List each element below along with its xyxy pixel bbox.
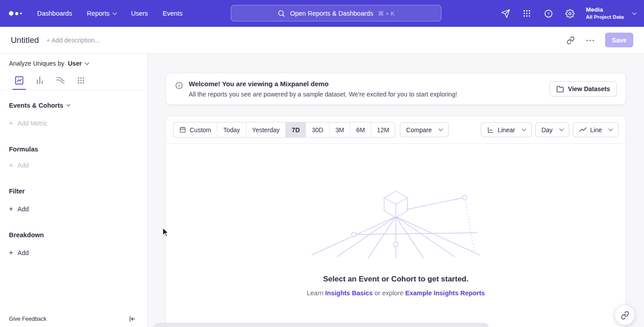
analyze-entity-dropdown[interactable]: User bbox=[68, 60, 89, 67]
linear-axis-icon bbox=[487, 126, 494, 134]
add-formula-label: Add bbox=[17, 162, 29, 169]
plus-icon: + bbox=[9, 162, 13, 169]
ellipsis-glyph: ⋯ bbox=[586, 36, 595, 45]
filter-label: Filter bbox=[9, 188, 25, 195]
empty-state-title: Select an Event or Cohort to get started… bbox=[323, 275, 469, 284]
chevron-down-icon bbox=[438, 127, 443, 131]
nav-events[interactable]: Events bbox=[163, 10, 182, 17]
analyze-entity-value: User bbox=[68, 60, 82, 67]
compare-dropdown[interactable]: Compare bbox=[400, 122, 449, 137]
line-chart-icon bbox=[14, 75, 24, 85]
bottom-drawer-edge[interactable] bbox=[154, 323, 488, 327]
learn-prefix: Learn bbox=[307, 289, 323, 297]
add-filter-button[interactable]: + Add bbox=[0, 205, 38, 213]
range-3m[interactable]: 3M bbox=[329, 122, 350, 137]
main-content: Welcome! You are viewing a Mixpanel demo… bbox=[148, 54, 644, 327]
range-7d[interactable]: 7D bbox=[285, 122, 305, 137]
report-header: Untitled + Add description... ⋯ Save bbox=[0, 27, 644, 54]
project-selector[interactable]: Media All Project Data bbox=[586, 6, 636, 20]
view-datasets-label: View Datasets bbox=[568, 85, 610, 92]
project-info: Media All Project Data bbox=[586, 6, 624, 20]
viz-tab-sankey[interactable] bbox=[54, 71, 67, 90]
middle-text: or explore bbox=[374, 289, 403, 297]
more-options-icon[interactable]: ⋯ bbox=[584, 34, 597, 47]
chevron-down-icon bbox=[113, 10, 117, 15]
apps-grid-icon[interactable] bbox=[521, 8, 532, 19]
search-placeholder: Open Reports & Dashboards bbox=[290, 10, 373, 17]
top-nav: Dashboards Reports Users Events Open Rep… bbox=[0, 0, 644, 27]
send-icon[interactable] bbox=[500, 8, 511, 19]
events-cohorts-label: Events & Cohorts bbox=[9, 102, 64, 109]
help-icon[interactable]: ? bbox=[543, 8, 554, 19]
give-feedback-link[interactable]: Give Feedback bbox=[9, 316, 47, 322]
primary-nav: Dashboards Reports Users Events bbox=[37, 10, 182, 17]
formulas-section-header: Formulas bbox=[0, 146, 147, 153]
add-metric-button[interactable]: + Add Metric bbox=[0, 120, 56, 127]
folder-icon bbox=[556, 85, 564, 93]
chevron-down-icon bbox=[85, 60, 89, 65]
breakdown-label: Breakdown bbox=[9, 231, 44, 239]
view-datasets-button[interactable]: View Datasets bbox=[550, 81, 617, 96]
range-12m[interactable]: 12M bbox=[371, 122, 395, 137]
range-custom[interactable]: Custom bbox=[174, 122, 217, 137]
chart-display-controls: Linear Day Line bbox=[481, 122, 619, 137]
range-today[interactable]: Today bbox=[217, 122, 246, 137]
collapse-sidebar-icon[interactable] bbox=[128, 315, 136, 323]
project-scope: All Project Data bbox=[586, 14, 624, 20]
line-chart-type-icon bbox=[579, 126, 587, 134]
nav-reports[interactable]: Reports bbox=[87, 10, 116, 17]
report-description-placeholder[interactable]: + Add description... bbox=[47, 37, 100, 44]
report-title[interactable]: Untitled bbox=[11, 35, 39, 45]
dot-grid-icon bbox=[76, 75, 86, 85]
search-shortcut: ⌘ + K bbox=[378, 10, 395, 17]
chart-toolbar: Custom Today Yesterday 7D 30D 3M 6M 12M … bbox=[166, 116, 626, 144]
bar-chart-icon bbox=[35, 75, 45, 85]
range-custom-label: Custom bbox=[190, 126, 211, 134]
interval-dropdown[interactable]: Day bbox=[535, 122, 569, 137]
project-name: Media bbox=[586, 6, 624, 14]
settings-gear-icon[interactable] bbox=[564, 8, 575, 19]
chart-type-dropdown[interactable]: Line bbox=[573, 122, 619, 137]
add-metric-label: Add Metric bbox=[17, 120, 47, 127]
range-yesterday[interactable]: Yesterday bbox=[246, 122, 286, 137]
visualization-tabs bbox=[0, 71, 147, 90]
sankey-icon bbox=[55, 75, 65, 85]
chevron-down-icon bbox=[559, 127, 564, 131]
viz-tab-scatter[interactable] bbox=[74, 71, 88, 90]
global-search[interactable]: Open Reports & Dashboards ⌘ + K bbox=[231, 5, 441, 21]
viz-tab-line-chart[interactable] bbox=[13, 71, 26, 90]
analyze-uniques-row: Analyze Uniques by User bbox=[0, 54, 147, 71]
range-6m[interactable]: 6M bbox=[350, 122, 370, 137]
insights-basics-link[interactable]: Insights Basics bbox=[325, 289, 373, 297]
events-cohorts-section-header[interactable]: Events & Cohorts bbox=[0, 102, 147, 109]
scale-dropdown[interactable]: Linear bbox=[481, 122, 532, 137]
add-breakdown-button[interactable]: + Add bbox=[0, 249, 38, 256]
sidebar-footer: Give Feedback bbox=[0, 310, 147, 327]
plus-icon: + bbox=[9, 120, 13, 127]
topnav-right-cluster: ? Media All Project Data bbox=[500, 0, 636, 27]
nav-reports-label: Reports bbox=[87, 10, 110, 17]
plus-icon: + bbox=[9, 205, 13, 213]
banner-text: Welcome! You are viewing a Mixpanel demo… bbox=[189, 80, 457, 98]
example-insights-reports-link[interactable]: Example Insights Reports bbox=[405, 289, 485, 297]
add-filter-label: Add bbox=[17, 205, 29, 213]
svg-text:?: ? bbox=[547, 11, 549, 16]
info-icon bbox=[175, 81, 183, 90]
analyze-uniques-label: Analyze Uniques by bbox=[9, 60, 64, 67]
range-30d[interactable]: 30D bbox=[305, 122, 329, 137]
nav-users[interactable]: Users bbox=[131, 10, 148, 17]
viz-tab-bar-chart[interactable] bbox=[33, 71, 47, 90]
copy-link-icon[interactable] bbox=[564, 34, 577, 47]
link-icon bbox=[621, 311, 629, 319]
chevron-down-icon bbox=[609, 127, 613, 131]
mixpanel-logo[interactable] bbox=[9, 11, 22, 16]
logo-dot bbox=[9, 11, 13, 16]
empty-state-subtext: Learn Insights Basics or explore Example… bbox=[307, 289, 485, 297]
save-button[interactable]: Save bbox=[605, 33, 633, 47]
share-link-fab[interactable] bbox=[614, 305, 635, 325]
filter-section-header: Filter bbox=[0, 188, 147, 195]
add-formula-button[interactable]: + Add bbox=[0, 162, 38, 169]
breakdown-section-header: Breakdown bbox=[0, 231, 147, 239]
nav-dashboards[interactable]: Dashboards bbox=[37, 10, 72, 17]
banner-title: Welcome! You are viewing a Mixpanel demo bbox=[189, 80, 457, 88]
